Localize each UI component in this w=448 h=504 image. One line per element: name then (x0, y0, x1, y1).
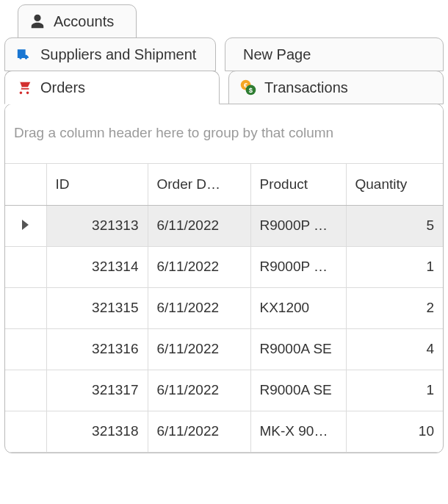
tab-label: Suppliers and Shipment (40, 46, 196, 63)
cell-product: MK-X 90… (250, 411, 346, 452)
column-header-id[interactable]: ID (46, 164, 148, 205)
expand-toggle[interactable] (5, 370, 46, 411)
cell-id: 321316 (46, 328, 148, 370)
expand-toggle[interactable] (5, 411, 46, 452)
cell-id: 321315 (46, 287, 148, 328)
table-row[interactable]: 321314 6/11/2022 R9000P … 1 (5, 246, 443, 287)
tab-label: Orders (40, 79, 85, 96)
user-icon (29, 12, 46, 30)
tab-strip: Accounts Suppliers and Shipment New Page… (4, 4, 444, 453)
cell-id: 321318 (46, 411, 148, 452)
cell-id: 321317 (46, 370, 148, 411)
column-header-product[interactable]: Product (250, 164, 346, 205)
table-row[interactable]: 321315 6/11/2022 KX1200 2 (5, 287, 443, 328)
cell-product: R9000A SE (250, 328, 346, 370)
column-header-order-date[interactable]: Order D… (148, 164, 250, 205)
tab-new-page[interactable]: New Page (225, 37, 444, 71)
orders-panel: Drag a column header here to group by th… (4, 104, 444, 453)
cell-date: 6/11/2022 (148, 287, 250, 328)
tab-label: Accounts (54, 13, 114, 30)
header-row: ID Order D… Product Quantity (5, 164, 443, 205)
table-row[interactable]: 321316 6/11/2022 R9000A SE 4 (5, 328, 443, 370)
cell-date: 6/11/2022 (148, 411, 250, 452)
cell-qty: 5 (346, 205, 443, 246)
cell-qty: 4 (346, 328, 443, 370)
cell-qty: 1 (346, 370, 443, 411)
cell-id: 321313 (46, 205, 148, 246)
expand-toggle[interactable] (5, 246, 46, 287)
expand-toggle[interactable] (5, 287, 46, 328)
cell-product: R9000P … (250, 246, 346, 287)
table-row[interactable]: 321318 6/11/2022 MK-X 90… 10 (5, 411, 443, 452)
group-hint-text: Drag a column header here to group by th… (14, 125, 333, 140)
column-header-quantity[interactable]: Quantity (346, 164, 443, 205)
cell-qty: 2 (346, 287, 443, 328)
cell-date: 6/11/2022 (148, 370, 250, 411)
tab-label: Transactions (264, 79, 348, 96)
cell-date: 6/11/2022 (148, 328, 250, 370)
cell-qty: 10 (346, 411, 443, 452)
svg-text:$: $ (249, 86, 253, 94)
cell-product: KX1200 (250, 287, 346, 328)
orders-table: ID Order D… Product Quantity 321313 6/11… (5, 164, 443, 453)
cell-product: R9000P … (250, 205, 346, 246)
cell-qty: 1 (346, 246, 443, 287)
tab-accounts[interactable]: Accounts (18, 4, 137, 38)
cart-icon (15, 79, 33, 96)
tab-label: New Page (243, 46, 311, 63)
truck-icon (15, 46, 33, 63)
currency-icon: € $ (239, 79, 257, 96)
expand-toggle[interactable] (5, 328, 46, 370)
chevron-right-icon (22, 220, 29, 230)
cell-date: 6/11/2022 (148, 205, 250, 246)
column-header-expand[interactable] (5, 164, 46, 205)
table-row[interactable]: 321317 6/11/2022 R9000A SE 1 (5, 370, 443, 411)
group-by-dropzone[interactable]: Drag a column header here to group by th… (5, 104, 443, 164)
tab-transactions[interactable]: € $ Transactions (228, 71, 444, 104)
table-row[interactable]: 321313 6/11/2022 R9000P … 5 (5, 205, 443, 246)
cell-product: R9000A SE (250, 370, 346, 411)
cell-id: 321314 (46, 246, 148, 287)
expand-toggle[interactable] (5, 205, 46, 246)
tab-orders[interactable]: Orders (4, 71, 220, 104)
cell-date: 6/11/2022 (148, 246, 250, 287)
tab-suppliers[interactable]: Suppliers and Shipment (4, 37, 216, 71)
